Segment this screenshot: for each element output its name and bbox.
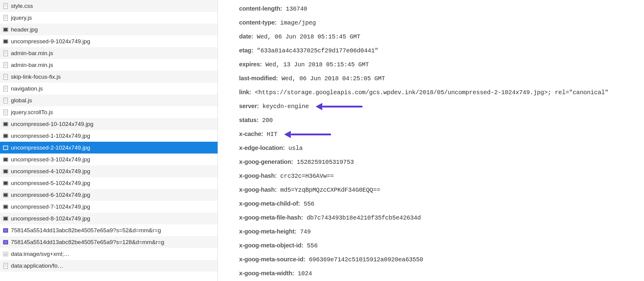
svg-rect-53 [4, 217, 8, 220]
image-file-icon [3, 216, 8, 222]
thumb-file-icon [3, 227, 8, 233]
request-name: 758145a5514dd13abc82be45057e65a9?s=52&d=… [11, 224, 218, 236]
request-row[interactable]: admin-bar.min.js [0, 59, 218, 71]
header-key: status: [239, 117, 258, 123]
request-row[interactable]: header.jpg [0, 24, 218, 35]
image-file-icon [3, 38, 8, 45]
header-line: x-goog-generation: 1528259105319753 [239, 158, 636, 166]
header-key: etag: [239, 47, 253, 54]
request-row[interactable]: sv data:image/svg+xml;… [0, 248, 218, 260]
annotation-arrow-icon [316, 104, 363, 109]
header-value: keycdn-engine [259, 103, 309, 110]
svg-rect-43 [4, 158, 8, 161]
svg-rect-45 [4, 170, 8, 173]
request-row[interactable]: uncompressed-10-1024x749.jpg [0, 118, 218, 130]
svg-text:sv: sv [4, 253, 7, 256]
request-row[interactable]: data:application/fo… [0, 260, 218, 272]
request-name: jquery.js [11, 12, 218, 24]
request-row[interactable]: uncompressed-1-1024x749.jpg [0, 130, 218, 142]
text-file-icon [3, 98, 8, 104]
header-line: content-length: 136740 [239, 5, 636, 13]
request-row[interactable]: skip-link-focus-fix.js [0, 71, 218, 83]
svg-rect-20 [4, 74, 8, 80]
text-file-icon [3, 74, 8, 80]
request-name: uncompressed-4-1024x749.jpg [11, 165, 218, 177]
header-key: x-edge-location: [239, 144, 285, 151]
svg-rect-60 [4, 263, 8, 269]
svg-file-icon: sv [3, 251, 8, 257]
svg-rect-4 [4, 15, 8, 21]
request-row[interactable]: uncompressed-7-1024x749.jpg [0, 201, 218, 213]
request-row[interactable]: jquery.js [0, 12, 218, 24]
header-value: HIT [263, 131, 278, 138]
svg-rect-57 [4, 241, 7, 243]
header-value: Wed, 06 Jun 2018 04:25:05 GMT [278, 75, 385, 82]
svg-rect-37 [4, 122, 8, 126]
header-line: expires: Wed, 13 Jun 2018 05:15:45 GMT [239, 61, 636, 68]
request-row[interactable]: global.js [0, 94, 218, 106]
request-row[interactable]: uncompressed-4-1024x749.jpg [0, 165, 218, 177]
header-value: crc32c=H36AVw== [277, 173, 334, 180]
image-file-icon [3, 27, 8, 33]
header-line: x-goog-meta-source-id: 696369e7142c51015… [239, 256, 636, 263]
request-row[interactable]: uncompressed-2-1024x749.jpg [0, 142, 218, 154]
svg-rect-28 [4, 98, 8, 103]
request-name: uncompressed-2-1024x749.jpg [11, 142, 218, 154]
request-row[interactable]: 758145a5514dd13abc82be45057e65a9?s=128&d… [0, 236, 218, 248]
request-name: jquery.scrollTo.js [11, 106, 218, 118]
request-row[interactable]: uncompressed-8-1024x749.jpg [0, 213, 218, 224]
header-key: x-goog-meta-height: [239, 228, 297, 235]
request-row[interactable]: uncompressed-5-1024x749.jpg [0, 177, 218, 189]
request-row[interactable]: jquery.scrollTo.js [0, 106, 218, 118]
request-row[interactable]: uncompressed-3-1024x749.jpg [0, 154, 218, 165]
header-key: x-goog-meta-source-id: [239, 256, 305, 263]
request-row[interactable]: uncompressed-9-1024x749.jpg [0, 35, 218, 47]
image-file-icon [3, 192, 8, 198]
svg-rect-11 [4, 40, 8, 43]
header-key: server: [239, 103, 259, 109]
request-name: navigation.js [11, 83, 218, 94]
request-name: admin-bar.min.js [11, 59, 218, 71]
header-line: x-goog-meta-file-hash: db7c743493b18e421… [239, 214, 636, 222]
request-row[interactable]: uncompressed-6-1024x749.jpg [0, 189, 218, 201]
header-value: db7c743493b18e4210f35fcb5e42634d [303, 214, 421, 221]
header-line: x-cache: HIT [239, 130, 636, 138]
text-file-icon [3, 86, 8, 92]
image-file-icon [3, 180, 8, 186]
request-list[interactable]: style.css jquery.js header.jpg uncompres… [0, 0, 218, 281]
request-name: global.js [11, 94, 218, 106]
request-name: header.jpg [11, 24, 218, 35]
header-line: status: 200 [239, 116, 636, 124]
text-file-icon [3, 3, 8, 9]
header-value: Wed, 06 Jun 2018 05:15:45 GMT [253, 33, 360, 40]
image-file-icon [3, 204, 8, 210]
svg-rect-51 [4, 205, 8, 208]
header-key: x-goog-hash: [239, 186, 277, 193]
image-file-icon [3, 121, 8, 127]
header-value: 1528259105319753 [293, 159, 354, 166]
request-row[interactable]: 758145a5514dd13abc82be45057e65a9?s=52&d=… [0, 224, 218, 236]
text-file-icon [3, 109, 8, 115]
header-key: x-cache: [239, 131, 263, 137]
request-name: skip-link-focus-fix.js [11, 71, 218, 83]
header-key: content-type: [239, 19, 277, 26]
header-line: server: keycdn-engine [239, 102, 636, 110]
svg-rect-41 [4, 146, 8, 149]
text-file-icon [3, 15, 8, 21]
header-line: x-goog-hash: md5=YzqBpMQzcCXPKdF34G0EQQ=… [239, 186, 636, 194]
svg-rect-47 [4, 181, 8, 185]
request-name: data:application/fo… [11, 260, 218, 272]
header-line: x-goog-hash: crc32c=H36AVw== [239, 172, 636, 180]
header-value: 556 [303, 242, 317, 249]
header-key: x-goog-hash: [239, 172, 277, 179]
request-name: uncompressed-10-1024x749.jpg [11, 118, 218, 130]
image-file-icon [3, 168, 8, 174]
header-value: image/jpeg [277, 19, 316, 26]
header-line: x-goog-meta-width: 1024 [239, 269, 636, 277]
request-row[interactable]: navigation.js [0, 83, 218, 94]
header-line: x-goog-meta-child-of: 556 [239, 200, 636, 208]
svg-rect-12 [4, 51, 8, 56]
request-row[interactable]: admin-bar.min.js [0, 47, 218, 59]
request-row[interactable]: style.css [0, 0, 218, 12]
text-file-icon [3, 263, 8, 269]
